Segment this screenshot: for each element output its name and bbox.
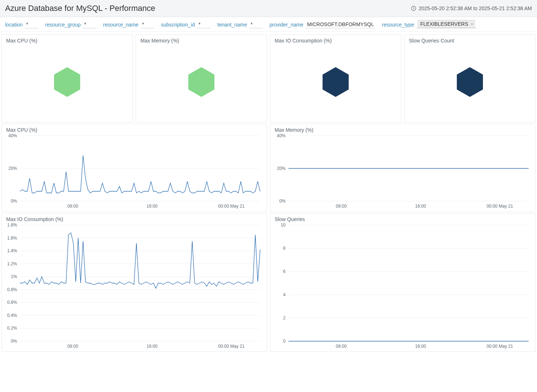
filter-bar: location*resource_group*resource_name*su… bbox=[0, 17, 537, 32]
chart-svg[interactable]: 0%20%40%08:0016:0000:00 May 21 bbox=[270, 124, 535, 211]
chart-title: Max Memory (%) bbox=[275, 127, 313, 133]
filter-chip[interactable]: FLEXIBLESERVERS× bbox=[418, 20, 475, 28]
svg-text:0.6%: 0.6% bbox=[7, 300, 17, 305]
filter-label: resource_group bbox=[45, 22, 81, 28]
svg-text:0%: 0% bbox=[11, 339, 17, 344]
tile-title: Max IO Consumption (%) bbox=[275, 38, 332, 44]
svg-text:08:00: 08:00 bbox=[67, 344, 78, 349]
filter-label: resource_name bbox=[103, 22, 138, 28]
svg-text:1.2%: 1.2% bbox=[7, 261, 17, 266]
tile-title: Max Memory (%) bbox=[140, 38, 179, 44]
svg-text:08:00: 08:00 bbox=[336, 204, 347, 209]
hex-indicator bbox=[323, 67, 349, 97]
svg-text:00:00 May 21: 00:00 May 21 bbox=[487, 344, 513, 349]
filter-tenant_name[interactable]: tenant_name* bbox=[217, 21, 263, 28]
svg-text:4: 4 bbox=[283, 292, 286, 297]
filter-subscription_id[interactable]: subscription_id* bbox=[161, 21, 211, 28]
tile-1[interactable]: Max Memory (%) bbox=[136, 34, 267, 122]
filter-label: subscription_id bbox=[161, 22, 195, 28]
svg-text:10: 10 bbox=[281, 222, 286, 228]
panel-cpu-chart[interactable]: Max CPU (%)0%20%40%08:0016:0000:00 May 2… bbox=[1, 124, 267, 212]
filter-value[interactable]: * bbox=[141, 21, 155, 28]
tile-0[interactable]: Max CPU (%) bbox=[1, 34, 133, 122]
filter-value[interactable]: * bbox=[25, 21, 38, 28]
hex-indicator bbox=[457, 67, 483, 97]
panel-memory-chart[interactable]: Max Memory (%)0%20%40%08:0016:0000:00 Ma… bbox=[270, 124, 536, 212]
svg-text:20%: 20% bbox=[8, 166, 17, 171]
filter-label: location bbox=[5, 22, 22, 28]
svg-text:1.8%: 1.8% bbox=[7, 222, 17, 228]
filter-label: provider_name bbox=[270, 22, 303, 28]
panel-slow-chart[interactable]: Slow Queries024681008:0016:0000:00 May 2… bbox=[270, 213, 536, 352]
svg-text:16:00: 16:00 bbox=[147, 344, 157, 349]
filter-resource_type[interactable]: resource_typeFLEXIBLESERVERS× bbox=[382, 21, 476, 28]
filter-value[interactable]: * bbox=[197, 21, 211, 28]
tile-title: Max CPU (%) bbox=[6, 38, 37, 44]
svg-text:0.4%: 0.4% bbox=[7, 313, 17, 318]
svg-text:0%: 0% bbox=[279, 199, 286, 204]
time-range-picker[interactable]: 2025-05-20 2:52:38 AM to 2025-05-21 2:52… bbox=[411, 5, 532, 11]
filter-label: tenant_name bbox=[217, 22, 247, 28]
svg-text:2: 2 bbox=[283, 315, 286, 320]
clock-icon bbox=[411, 5, 417, 11]
filter-provider_name[interactable]: provider_nameMICROSOFT.DBFORMYSQL bbox=[270, 21, 376, 28]
svg-text:00:00 May 21: 00:00 May 21 bbox=[487, 204, 513, 209]
filter-value: MICROSOFT.DBFORMYSQL bbox=[306, 21, 375, 28]
svg-text:20%: 20% bbox=[277, 166, 286, 171]
filter-value[interactable]: * bbox=[83, 21, 97, 28]
page-header: Azure Database for MySQL - Performance 2… bbox=[0, 0, 537, 17]
chart-svg[interactable]: 0%0.2%0.4%0.6%0.8%1%1.2%1.4%1.6%1.8%08:0… bbox=[2, 213, 267, 351]
svg-text:0.2%: 0.2% bbox=[7, 326, 17, 331]
svg-text:0: 0 bbox=[283, 339, 286, 344]
panel-io-chart[interactable]: Max IO Consumption (%)0%0.2%0.4%0.6%0.8%… bbox=[1, 213, 267, 352]
chart-svg[interactable]: 0%20%40%08:0016:0000:00 May 21 bbox=[2, 124, 267, 211]
hex-indicator bbox=[54, 67, 80, 97]
filter-resource_group[interactable]: resource_group* bbox=[45, 21, 97, 28]
series-line bbox=[20, 155, 260, 193]
svg-text:00:00 May 21: 00:00 May 21 bbox=[218, 204, 245, 209]
time-range-label: 2025-05-20 2:52:38 AM to 2025-05-21 2:52… bbox=[419, 5, 532, 11]
svg-text:40%: 40% bbox=[8, 133, 17, 138]
chart-title: Max CPU (%) bbox=[6, 127, 37, 133]
svg-text:40%: 40% bbox=[277, 133, 286, 138]
filter-label: resource_type bbox=[382, 22, 414, 28]
svg-text:0.8%: 0.8% bbox=[7, 287, 17, 292]
series-line bbox=[20, 233, 260, 288]
svg-text:1%: 1% bbox=[11, 274, 17, 279]
svg-text:00:00 May 21: 00:00 May 21 bbox=[218, 344, 245, 349]
svg-text:08:00: 08:00 bbox=[336, 344, 347, 349]
svg-text:1.4%: 1.4% bbox=[7, 248, 17, 253]
tile-row: Max CPU (%)Max Memory (%)Max IO Consumpt… bbox=[1, 34, 536, 122]
tile-3[interactable]: Slow Queries Count bbox=[404, 34, 536, 122]
tile-2[interactable]: Max IO Consumption (%) bbox=[270, 34, 401, 122]
chart-row-big: Max IO Consumption (%)0%0.2%0.4%0.6%0.8%… bbox=[1, 213, 536, 352]
svg-text:08:00: 08:00 bbox=[67, 204, 78, 209]
tile-title: Slow Queries Count bbox=[409, 38, 454, 44]
chart-title: Slow Queries bbox=[275, 216, 305, 222]
svg-text:6: 6 bbox=[283, 269, 286, 274]
chart-row-mid: Max CPU (%)0%20%40%08:0016:0000:00 May 2… bbox=[1, 124, 536, 212]
svg-text:8: 8 bbox=[283, 246, 286, 251]
filter-resource_name[interactable]: resource_name* bbox=[103, 21, 154, 28]
svg-text:16:00: 16:00 bbox=[415, 344, 426, 349]
hex-indicator bbox=[188, 67, 214, 97]
filter-value[interactable]: * bbox=[249, 21, 263, 28]
svg-text:0%: 0% bbox=[11, 199, 17, 204]
filter-location[interactable]: location* bbox=[5, 21, 38, 28]
svg-text:16:00: 16:00 bbox=[147, 204, 157, 209]
svg-text:1.6%: 1.6% bbox=[7, 236, 17, 241]
page-title: Azure Database for MySQL - Performance bbox=[5, 4, 155, 13]
chart-svg[interactable]: 024681008:0016:0000:00 May 21 bbox=[270, 213, 535, 351]
svg-text:16:00: 16:00 bbox=[415, 204, 426, 209]
chart-title: Max IO Consumption (%) bbox=[6, 216, 63, 222]
remove-chip-icon[interactable]: × bbox=[471, 22, 473, 26]
